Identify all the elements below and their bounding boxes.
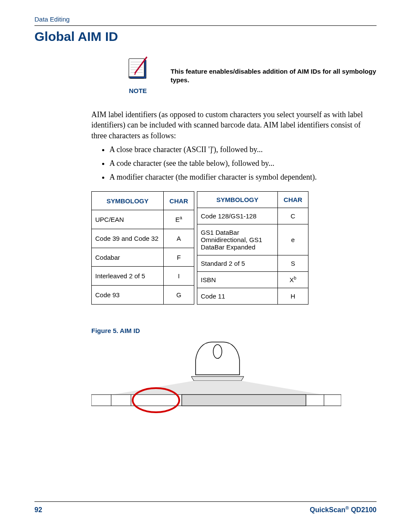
cell-symbology: Code 93	[92, 286, 164, 305]
page-number: 92	[34, 506, 42, 514]
table-row: Standard 2 of 5 S	[197, 255, 308, 271]
table-row: Code 93 G	[92, 286, 194, 305]
table-row: UPC/EAN Ea	[92, 210, 194, 229]
bullet-item: A code character (see the table below), …	[109, 158, 377, 168]
table-row: Code 39 and Code 32 A	[92, 229, 194, 248]
cell-char: Xb	[278, 271, 308, 288]
cell-char: F	[164, 248, 194, 267]
body-paragraph-block: AIM label identifiers (as opposed to cus…	[91, 109, 377, 183]
cell-symbology: UPC/EAN	[92, 210, 164, 229]
table-header-char: CHAR	[278, 191, 308, 208]
page-footer: 92 QuickScan® QD2100	[34, 501, 377, 514]
table-row: Codabar F	[92, 248, 194, 267]
cell-char: e	[278, 224, 308, 255]
cell-char: C	[278, 208, 308, 224]
note-label: NOTE	[121, 87, 155, 94]
figure-label: Figure 5. AIM ID	[91, 327, 377, 334]
cell-char: G	[164, 286, 194, 305]
table-row: Interleaved 2 of 5 I	[92, 267, 194, 286]
body-paragraph: AIM label identifiers (as opposed to cus…	[91, 109, 377, 141]
svg-rect-0	[129, 59, 144, 78]
cell-symbology: GS1 DataBar Omnidirectional, GS1 DataBar…	[197, 224, 278, 255]
cell-symbology: Codabar	[92, 248, 164, 267]
table-header-symbology: SYMBOLOGY	[197, 191, 278, 208]
header-rule	[34, 25, 377, 26]
figure-diagram	[91, 339, 377, 418]
table-row: Code 11 H	[197, 288, 308, 304]
cell-symbology: Code 11	[197, 288, 278, 304]
table-row: ISBN Xb	[197, 271, 308, 288]
bullet-item: A close brace character (ASCII ']'), fol…	[109, 144, 377, 155]
table-header-symbology: SYMBOLOGY	[92, 191, 164, 210]
table-header-char: CHAR	[164, 191, 194, 210]
cell-char: A	[164, 229, 194, 248]
symbology-table-right: SYMBOLOGY CHAR Code 128/GS1-128 C GS1 Da…	[197, 191, 308, 305]
cell-symbology: ISBN	[197, 271, 278, 288]
symbology-table-wrap: SYMBOLOGY CHAR UPC/EAN Ea Code 39 and Co…	[91, 191, 377, 305]
cell-char: Ea	[164, 210, 194, 229]
cell-symbology: Interleaved 2 of 5	[92, 267, 164, 286]
symbology-table-left: SYMBOLOGY CHAR UPC/EAN Ea Code 39 and Co…	[91, 191, 194, 305]
bullet-list: A close brace character (ASCII ']'), fol…	[109, 144, 377, 183]
page-title: Global AIM ID	[34, 29, 377, 44]
cell-symbology: Code 128/GS1-128	[197, 208, 278, 224]
cell-char: H	[278, 288, 308, 304]
table-row: GS1 DataBar Omnidirectional, GS1 DataBar…	[197, 224, 308, 255]
footer-rule	[34, 501, 377, 502]
note-icon	[125, 56, 151, 83]
cell-char: S	[278, 255, 308, 271]
svg-rect-17	[182, 395, 306, 406]
note-block: NOTE This feature enables/disables addit…	[121, 56, 377, 99]
table-row: Code 128/GS1-128 C	[197, 208, 308, 224]
product-name: QuickScan® QD2100	[310, 506, 377, 514]
bullet-item: A modifier character (the modifier chara…	[109, 172, 377, 182]
note-text: This feature enables/disables addition o…	[171, 56, 377, 85]
section-header: Data Editing	[34, 16, 377, 23]
cell-char: I	[164, 267, 194, 286]
cell-symbology: Code 39 and Code 32	[92, 229, 164, 248]
cell-symbology: Standard 2 of 5	[197, 255, 278, 271]
svg-point-9	[213, 345, 222, 358]
